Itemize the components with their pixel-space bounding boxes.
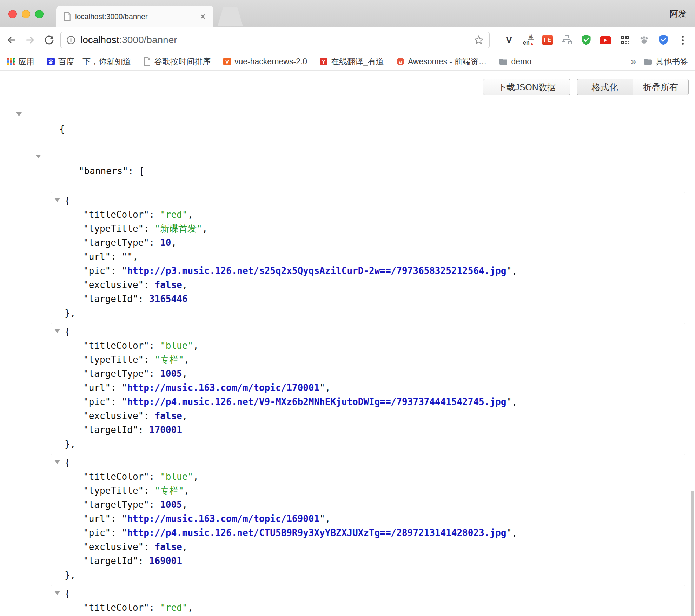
profile-name[interactable]: 阿发: [670, 0, 687, 27]
bookmark-demo-folder[interactable]: demo: [499, 57, 531, 66]
collapse-toggle-icon[interactable]: [54, 329, 60, 333]
json-punctuation: :: [111, 513, 121, 524]
json-link-value[interactable]: http://p3.music.126.net/s25q2x5QyqsAzilC…: [127, 266, 506, 276]
window-close-button[interactable]: [8, 10, 17, 18]
json-string-value: "red": [160, 209, 187, 220]
green-shield-extension-icon[interactable]: [580, 34, 592, 46]
fe-extension-icon[interactable]: FE: [542, 34, 554, 46]
vimium-extension-icon[interactable]: V: [503, 34, 515, 46]
json-punctuation: {: [65, 195, 70, 206]
browser-tab[interactable]: localhost:3000/banner: [56, 6, 213, 27]
blue-shield-extension-icon[interactable]: [657, 34, 669, 46]
json-field-line: "targetType": 1005,: [83, 367, 685, 381]
json-punctuation: ,: [325, 513, 331, 524]
tab-title: localhost:3000/banner: [75, 12, 198, 21]
json-string-value: "专栏": [155, 485, 184, 496]
json-punctuation: :: [149, 209, 160, 220]
collapse-toggle-icon[interactable]: [54, 591, 60, 595]
download-json-button[interactable]: 下载JSON数据: [483, 79, 570, 95]
bookmark-label: 在线翻译_有道: [331, 56, 384, 67]
json-link-value[interactable]: http://music.163.com/m/topic/169001: [127, 513, 319, 524]
page-info-icon[interactable]: [66, 35, 75, 45]
youtube-extension-icon[interactable]: [600, 34, 611, 46]
json-punctuation: "": [122, 251, 133, 262]
extension-icons: V 英 en FE: [503, 34, 689, 46]
window-zoom-button[interactable]: [35, 10, 44, 18]
json-link-value[interactable]: http://p4.music.126.net/CTU5B9R9y3XyYBZX…: [127, 527, 506, 538]
json-field-line: "targetId": 169001: [83, 554, 685, 568]
json-punctuation: },: [65, 439, 75, 449]
translate-lang-glyph: 英: [528, 34, 534, 40]
qr-code-extension-icon[interactable]: [619, 34, 631, 46]
bookmark-label: 百度一下，你就知道: [58, 56, 131, 67]
json-object-open-line: {: [65, 586, 685, 601]
root-open-brace: {: [59, 124, 65, 134]
new-tab-button[interactable]: [218, 7, 243, 26]
back-button[interactable]: [4, 32, 19, 48]
json-punctuation: },: [65, 570, 75, 580]
collapse-all-button[interactable]: 折叠所有: [633, 79, 689, 95]
youdao-y-icon: Y: [320, 58, 327, 65]
url-bar[interactable]: localhost:3000/banner: [60, 32, 490, 48]
json-field-line: "pic": "http://p4.music.126.net/CTU5B9R9…: [83, 526, 685, 540]
json-object-open-line: {: [65, 325, 685, 339]
json-field-line: "pic": "http://p4.music.126.net/V9-MXz6b…: [83, 395, 685, 409]
json-punctuation: ": [319, 513, 325, 524]
url-path: :3000/banner: [119, 34, 177, 45]
json-punctuation: },: [65, 308, 75, 318]
json-punctuation: {: [65, 588, 70, 599]
json-banners-line: "banners": [: [46, 150, 695, 192]
json-array: {"titleColor": "red","typeTitle": "新碟首发"…: [51, 192, 685, 616]
bookmark-vue-hackernews[interactable]: V vue-hackernews-2.0: [223, 57, 307, 66]
json-key: "titleColor": [83, 471, 149, 482]
collapse-toggle-icon[interactable]: [54, 460, 60, 464]
json-string-value: "blue": [160, 340, 193, 351]
bookmark-label: 谷歌按时间排序: [154, 56, 211, 67]
translate-extension-icon[interactable]: 英 en: [522, 34, 534, 46]
json-punctuation: ,: [182, 411, 188, 421]
bookmark-star-icon[interactable]: [474, 35, 484, 45]
json-string-value: "blue": [160, 471, 193, 482]
bookmark-baidu[interactable]: 百度一下，你就知道: [47, 56, 131, 67]
json-object-close-line: },: [65, 306, 685, 320]
json-link-value[interactable]: http://p4.music.126.net/V9-MXz6b2MNhEKju…: [127, 397, 506, 407]
bookmark-youdao[interactable]: Y 在线翻译_有道: [320, 56, 384, 67]
json-punctuation: :: [111, 527, 121, 538]
reload-button[interactable]: [41, 32, 57, 48]
forward-button[interactable]: [22, 32, 38, 48]
json-field-line: "url": "http://music.163.com/m/topic/169…: [83, 512, 685, 526]
browser-menu-icon[interactable]: [677, 34, 689, 46]
json-boolean-value: false: [155, 542, 182, 552]
close-tab-icon[interactable]: [198, 12, 208, 21]
json-punctuation: ,: [182, 280, 188, 290]
json-field-line: "titleColor": "red",: [83, 601, 685, 615]
json-punctuation: ,: [187, 209, 193, 220]
json-key: "exclusive": [83, 280, 144, 290]
bookmark-awesomes[interactable]: a Awesomes - 前端资…: [397, 56, 487, 67]
json-link-value[interactable]: http://music.163.com/m/topic/170001: [127, 382, 319, 393]
json-punctuation: ": [122, 513, 127, 524]
json-punctuation: :: [144, 280, 154, 290]
json-punctuation: {: [65, 326, 70, 337]
json-punctuation: :: [149, 368, 160, 379]
collapse-root-icon[interactable]: [16, 112, 22, 116]
json-punctuation: ": [122, 527, 127, 538]
window-minimize-button[interactable]: [22, 10, 30, 18]
paw-extension-icon[interactable]: [638, 34, 650, 46]
bookmarks-overflow-icon[interactable]: »: [631, 56, 636, 67]
scrollbar-thumb[interactable]: [691, 491, 694, 616]
baidu-paw-icon: [47, 58, 55, 65]
json-field-line: "typeTitle": "新碟首发",: [83, 222, 685, 236]
json-key: "exclusive": [83, 411, 144, 421]
bookmark-other-folder[interactable]: 其他书签: [644, 56, 688, 67]
collapse-toggle-icon[interactable]: [54, 198, 60, 202]
translate-en-glyph: en: [523, 40, 530, 46]
json-object-close-line: },: [65, 437, 685, 451]
format-button[interactable]: 格式化: [577, 79, 633, 95]
json-punctuation: ": [122, 397, 127, 407]
collapse-banners-icon[interactable]: [35, 155, 41, 158]
org-chart-extension-icon[interactable]: [561, 34, 573, 46]
json-punctuation: ,: [512, 527, 517, 538]
bookmark-google-sort[interactable]: 谷歌按时间排序: [144, 56, 211, 67]
bookmark-apps[interactable]: 应用: [7, 56, 34, 67]
